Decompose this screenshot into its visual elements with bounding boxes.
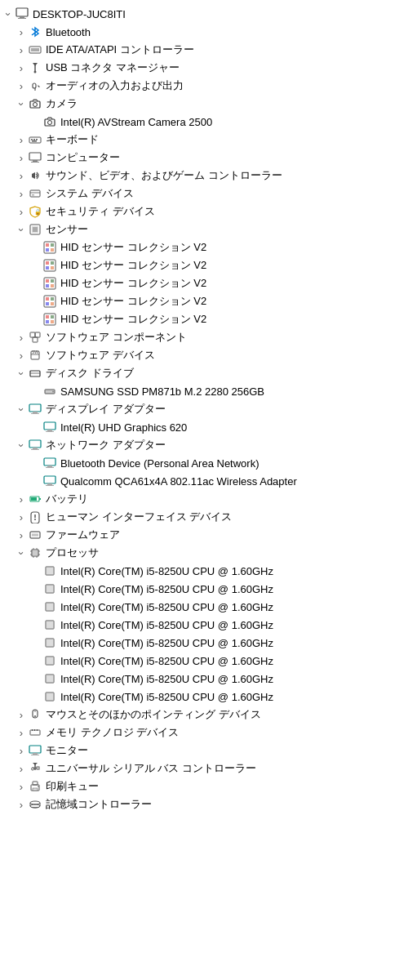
computer-icon: [15, 7, 29, 21]
tree-item-hid-sensor-2[interactable]: HID センサー コレクション V2: [0, 256, 417, 274]
svg-point-136: [30, 804, 40, 808]
svg-rect-57: [33, 337, 38, 342]
tree-item-disk-1[interactable]: SAMSUNG SSD PM871b M.2 2280 256GB: [0, 382, 417, 400]
expander-sound[interactable]: [15, 169, 28, 182]
tree-item-cpu-7[interactable]: Intel(R) Core(TM) i5-8250U CPU @ 1.60GHz: [0, 670, 417, 688]
tree-item-network-2[interactable]: Qualcomm QCA61x4A 802.11ac Wireless Adap…: [0, 472, 417, 490]
svg-point-85: [34, 519, 36, 520]
tree-item-network-1[interactable]: Bluetooth Device (Personal Area Network): [0, 454, 417, 472]
sound-icon: [28, 168, 42, 183]
tree-item-computer[interactable]: コンピューター: [0, 149, 417, 167]
tree-item-cpu-1[interactable]: Intel(R) Core(TM) i5-8250U CPU @ 1.60GHz: [0, 562, 417, 580]
tree-item-security[interactable]: 🔒セキュリティ デバイス: [0, 203, 417, 220]
expander-keyboard[interactable]: [15, 133, 28, 146]
expander-monitor[interactable]: [15, 744, 28, 757]
tree-item-mouse[interactable]: マウスとそのほかのポインティング デバイス: [0, 706, 417, 724]
expander-storage-controller[interactable]: [15, 798, 28, 811]
expander-firmware[interactable]: [15, 528, 28, 541]
expander-ide[interactable]: [15, 43, 28, 56]
label-cpu-3: Intel(R) Core(TM) i5-8250U CPU @ 1.60GHz: [60, 601, 273, 613]
svg-rect-32: [51, 243, 54, 247]
label-sound: サウンド、ビデオ、およびゲーム コントローラー: [46, 168, 282, 183]
tree-item-bluetooth[interactable]: Bluetooth: [0, 23, 417, 41]
tree-item-ide[interactable]: IDE ATA/ATAPI コントローラー: [0, 41, 417, 59]
expander-print-queue[interactable]: [15, 780, 28, 793]
tree-item-cpu-3[interactable]: Intel(R) Core(TM) i5-8250U CPU @ 1.60GHz: [0, 598, 417, 616]
label-battery: バッテリ: [46, 492, 88, 506]
tree-item-network-adapter[interactable]: ネットワーク アダプター: [0, 436, 417, 454]
tree-item-firmware[interactable]: ファームウェア: [0, 526, 417, 544]
expander-network-adapter[interactable]: [15, 439, 28, 452]
label-hid-sensor-4: HID センサー コレクション V2: [60, 294, 206, 309]
expander-disk[interactable]: [15, 367, 28, 380]
svg-rect-75: [47, 466, 52, 467]
svg-rect-29: [33, 227, 38, 232]
tree-item-cpu-6[interactable]: Intel(R) Core(TM) i5-8250U CPU @ 1.60GHz: [0, 652, 417, 670]
expander-usb-connector[interactable]: [15, 61, 28, 74]
root-node[interactable]: DESKTOP-JUC8ITI: [0, 5, 417, 23]
tree-item-disk[interactable]: ディスク ドライブ: [0, 364, 417, 382]
tree-item-sound[interactable]: サウンド、ビデオ、およびゲーム コントローラー: [0, 167, 417, 185]
tree-item-camera[interactable]: カメラ: [0, 95, 417, 113]
expander-sensor[interactable]: [15, 223, 28, 236]
svg-rect-68: [44, 422, 55, 430]
tree-item-software-device[interactable]: SWソフトウェア デバイス: [0, 346, 417, 364]
label-cpu-7: Intel(R) Core(TM) i5-8250U CPU @ 1.60GHz: [60, 673, 273, 685]
label-processor: プロセッサ: [46, 546, 99, 560]
expander-audio-io[interactable]: [15, 79, 28, 92]
tree-item-monitor[interactable]: モニター: [0, 742, 417, 760]
tree-item-hid-sensor-3[interactable]: HID センサー コレクション V2: [0, 274, 417, 292]
tree-item-print-queue[interactable]: 印刷キュー: [0, 777, 417, 795]
svg-rect-54: [51, 320, 54, 323]
expander-bluetooth[interactable]: [15, 25, 28, 38]
tree-item-hid-sensor-5[interactable]: HID センサー コレクション V2: [0, 310, 417, 328]
tree-item-display-1[interactable]: Intel(R) UHD Graphics 620: [0, 418, 417, 436]
expander-battery[interactable]: [15, 492, 28, 506]
expander-usb-controller[interactable]: [15, 762, 28, 775]
tree-item-cpu-5[interactable]: Intel(R) Core(TM) i5-8250U CPU @ 1.60GHz: [0, 634, 417, 652]
expander-display-adapter[interactable]: [15, 403, 28, 416]
sensor-icon: [28, 222, 42, 237]
disk-drive-icon: [42, 384, 57, 399]
tree-item-hid-sensor-1[interactable]: HID センサー コレクション V2: [0, 238, 417, 256]
tree-item-cpu-8[interactable]: Intel(R) Core(TM) i5-8250U CPU @ 1.60GHz: [0, 688, 417, 706]
tree-item-hid-sensor-4[interactable]: HID センサー コレクション V2: [0, 292, 417, 310]
tree-item-usb-connector[interactable]: USB コネクタ マネージャー: [0, 59, 417, 77]
expander-hid[interactable]: [15, 510, 28, 523]
svg-rect-39: [51, 266, 54, 270]
display-card-icon: [42, 420, 57, 434]
svg-rect-16: [33, 139, 35, 140]
tree-item-display-adapter[interactable]: ディスプレイ アダプター: [0, 400, 417, 418]
label-audio-io: オーディオの入力および出力: [46, 78, 184, 93]
expander-security[interactable]: [15, 205, 28, 218]
tree-item-cpu-2[interactable]: Intel(R) Core(TM) i5-8250U CPU @ 1.60GHz: [0, 580, 417, 598]
tree-item-software-component[interactable]: ソフトウェア コンポーネント: [0, 328, 417, 346]
tree-item-hid[interactable]: ヒューマン インターフェイス デバイス: [0, 508, 417, 526]
expander-software-device[interactable]: [15, 349, 28, 362]
root-expander[interactable]: [2, 7, 15, 20]
tree-item-camera-1[interactable]: Intel(R) AVStream Camera 2500: [0, 113, 417, 131]
svg-rect-76: [46, 467, 54, 468]
network-icon: [28, 438, 42, 452]
usb-icon: [28, 60, 42, 75]
tree-item-battery[interactable]: バッテリ: [0, 490, 417, 508]
tree-item-memory-tech[interactable]: メモリ テクノロジ デバイス: [0, 724, 417, 742]
label-display-1: Intel(R) UHD Graphics 620: [60, 421, 187, 434]
tree-item-system-device[interactable]: システム デバイス: [0, 185, 417, 203]
tree-item-audio-io[interactable]: オーディオの入力および出力: [0, 77, 417, 95]
tree-item-cpu-4[interactable]: Intel(R) Core(TM) i5-8250U CPU @ 1.60GHz: [0, 616, 417, 634]
tree-item-storage-controller[interactable]: 記憶域コントローラー: [0, 795, 417, 813]
expander-camera[interactable]: [15, 97, 28, 110]
tree-item-keyboard[interactable]: キーボード: [0, 131, 417, 149]
svg-rect-72: [33, 448, 38, 449]
expander-memory-tech[interactable]: [15, 726, 28, 739]
expander-software-component[interactable]: [15, 331, 28, 344]
expander-system-device[interactable]: [15, 187, 28, 200]
tree-item-sensor[interactable]: センサー: [0, 220, 417, 238]
expander-mouse[interactable]: [15, 708, 28, 721]
tree-item-usb-controller[interactable]: ユニバーサル シリアル バス コントローラー: [0, 760, 417, 777]
expander-computer[interactable]: [15, 151, 28, 164]
cpu-icon: [42, 635, 57, 650]
tree-item-processor[interactable]: プロセッサ: [0, 544, 417, 562]
expander-processor[interactable]: [15, 546, 28, 559]
